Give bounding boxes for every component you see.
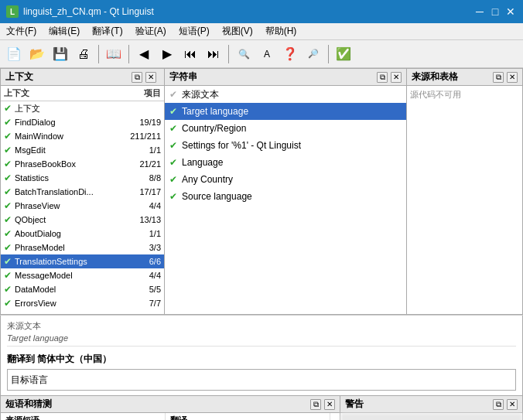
phrase-table[interactable]: 来源短语 翻译 ✔Target langua...目标语言✔Source lan… [1,413,340,420]
menu-view[interactable]: 视图(V) [216,23,259,39]
phrase-translation-col: 翻译 [166,413,330,420]
phrase-close-button[interactable]: ✕ [324,399,335,410]
menu-file[interactable]: 文件(F) [0,23,43,39]
string-text: 来源文本 [182,88,219,101]
context-panel-controls[interactable]: ⧉ ✕ [132,72,156,83]
context-name: DataModel [15,285,122,294]
context-name: MsgEdit [15,145,122,155]
string-row[interactable]: ✔Language [165,154,406,171]
check-icon: ✔ [4,172,12,183]
source-panel-controls[interactable]: ⧉ ✕ [493,72,518,83]
context-row[interactable]: ✔DataModel5/5 [1,282,164,296]
check-icon: ✔ [169,140,177,151]
warning-close-button[interactable]: ✕ [507,399,518,410]
check-icon: ✔ [4,256,12,267]
context-row[interactable]: ✔Statistics8/8 [1,171,164,185]
check-icon: ✔ [4,312,12,314]
string-row[interactable]: ✔来源文本 [165,86,406,103]
context-row[interactable]: ✔QObject13/13 [1,213,164,227]
translate-button[interactable]: A [256,43,278,65]
phrase-panel-controls[interactable]: ⧉ ✕ [310,399,335,410]
source-text-section: 来源文本 Target language [7,320,516,347]
string-restore-button[interactable]: ⧉ [377,72,388,83]
context-row[interactable]: ✔上下文 [1,101,164,115]
print-button[interactable]: 🖨 [73,43,94,65]
context-list[interactable]: ✔上下文✔FindDialog19/19✔MainWindow211/211✔M… [1,101,164,314]
open-button[interactable]: 📂 [26,43,48,65]
context-row[interactable]: ✔TranslateDialog14/14 [1,310,164,314]
context-name: PhraseModel [15,243,122,252]
context-count: 7/7 [122,299,161,308]
warning-content [340,413,522,420]
context-row[interactable]: ✔PhraseView4/4 [1,199,164,213]
string-close-button[interactable]: ✕ [391,72,402,83]
translation-input[interactable] [7,369,516,391]
string-text: Any Country [182,174,233,185]
context-restore-button[interactable]: ⧉ [132,72,142,83]
window-controls[interactable]: ─ □ ✕ [473,5,517,18]
bottom-panels: 短语和猜测 ⧉ ✕ 来源短语 翻译 ✔Target langua...目标语言✔… [0,396,523,420]
string-text: Settings for '%1' - Qt Linguist [182,140,301,151]
context-row[interactable]: ✔BatchTranslationDi...17/17 [1,185,164,199]
string-row[interactable]: ✔Target language [165,103,406,120]
context-row[interactable]: ✔MsgEdit1/1 [1,143,164,157]
string-row[interactable]: ✔Country/Region [165,120,406,137]
next-unfinished[interactable]: ⏭ [203,43,224,65]
zoom-button[interactable]: 🔎 [303,43,324,65]
context-name: PhraseView [15,201,122,210]
open-file-button[interactable]: 📖 [103,43,125,65]
new-button[interactable]: 📄 [3,43,25,65]
string-panel-controls[interactable]: ⧉ ✕ [377,72,402,83]
context-row[interactable]: ✔PhraseModel3/3 [1,241,164,254]
help-button[interactable]: ❓ [279,43,301,65]
string-list[interactable]: ✔来源文本✔Target language✔Country/Region✔Set… [165,86,406,314]
phrase-restore-button[interactable]: ⧉ [310,399,321,410]
phrase-panel-header: 短语和猜测 ⧉ ✕ [1,396,340,413]
context-row[interactable]: ✔MessageModel4/4 [1,268,164,282]
menu-help[interactable]: 帮助(H) [259,23,303,39]
context-row[interactable]: ✔PhraseBookBox21/21 [1,157,164,171]
source-panel-title: 来源和表格 [412,70,458,84]
context-count: 21/21 [122,159,161,169]
menu-edit[interactable]: 编辑(E) [43,23,86,39]
search-button[interactable]: 🔍 [233,43,255,65]
warning-panel-controls[interactable]: ⧉ ✕ [493,399,518,410]
source-panel-header: 来源和表格 ⧉ ✕ [407,69,522,86]
string-row[interactable]: ✔Any Country [165,171,406,188]
check-icon: ✔ [4,117,12,128]
minimize-button[interactable]: ─ [473,5,486,18]
context-row[interactable]: ✔MainWindow211/211 [1,129,164,143]
source-restore-button[interactable]: ⧉ [493,72,504,83]
save-button[interactable]: 💾 [50,43,71,65]
prev-button[interactable]: ◀ [133,43,155,65]
string-panel: 字符串 ⧉ ✕ ✔来源文本✔Target language✔Country/Re… [165,68,407,315]
context-row[interactable]: ✔FindDialog19/19 [1,115,164,129]
warning-panel-title: 警告 [345,398,364,411]
context-close-button[interactable]: ✕ [145,72,156,83]
toolbar: 📄 📂 💾 🖨 📖 ◀ ▶ ⏮ ⏭ 🔍 A ❓ 🔎 ✅ [0,40,523,68]
prev-unfinished[interactable]: ⏮ [179,43,201,65]
separator-4 [328,45,329,63]
string-panel-header: 字符串 ⧉ ✕ [165,69,406,86]
string-text: Source language [182,191,252,202]
context-row[interactable]: ✔AboutDialog1/1 [1,227,164,241]
string-row[interactable]: ✔Source language [165,188,406,205]
context-row[interactable]: ✔ErrorsView7/7 [1,296,164,310]
menu-validate[interactable]: 验证(A) [129,23,173,39]
string-row[interactable]: ✔Settings for '%1' - Qt Linguist [165,137,406,154]
context-count: 8/8 [122,173,161,183]
warning-restore-button[interactable]: ⧉ [493,399,504,410]
check-icon: ✔ [4,228,12,239]
close-button[interactable]: ✕ [504,5,517,18]
check-icon: ✔ [169,106,177,117]
next-button[interactable]: ▶ [156,43,178,65]
context-row[interactable]: ✔TranslationSettings6/6 [1,254,164,268]
maximize-button[interactable]: □ [489,5,501,18]
menu-translate[interactable]: 翻译(T) [86,23,128,39]
separator-2 [128,45,129,63]
menu-phrase[interactable]: 短语(P) [173,23,216,39]
context-name: BatchTranslationDi... [15,187,122,196]
check-button[interactable]: ✅ [333,43,354,65]
source-close-button[interactable]: ✕ [507,72,518,83]
string-text: Language [182,157,223,168]
